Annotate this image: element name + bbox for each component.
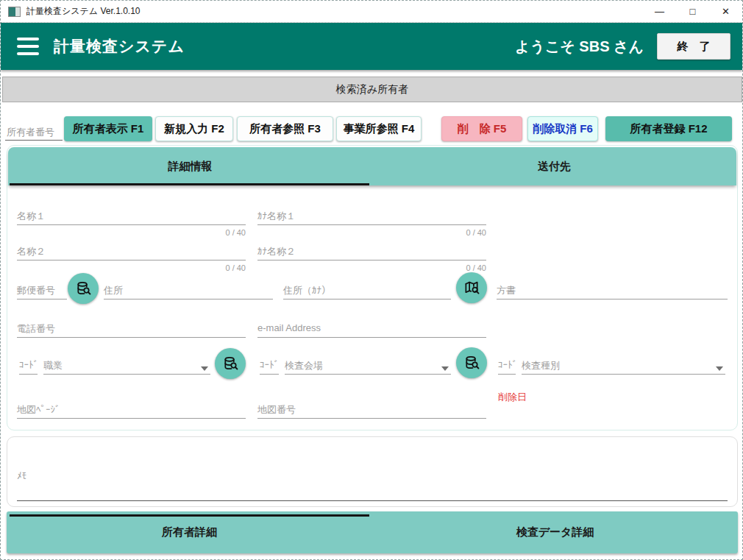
welcome-text: ようこそ SBS さん: [515, 37, 644, 57]
tab-send-to-label: 送付先: [538, 160, 571, 174]
field-label: 地図番号: [257, 403, 296, 417]
field-underline: [257, 418, 486, 419]
field-label: 名称２: [17, 245, 46, 258]
postal-code-field[interactable]: 郵便番号: [17, 284, 67, 300]
address-kana-field[interactable]: 住所（ｶﾅ）: [283, 284, 451, 300]
phone-field[interactable]: 電話番号: [17, 322, 246, 338]
tab-send-to[interactable]: 送付先: [372, 147, 736, 185]
field-label: 地図ﾍﾟｰｼﾞ: [17, 403, 60, 417]
postal-lookup-button[interactable]: [68, 273, 99, 304]
field-label: 住所（ｶﾅ）: [283, 284, 331, 297]
field-underline: [257, 337, 486, 338]
field-underline: [283, 299, 451, 300]
kana-name2-field[interactable]: ｶﾅ名称２: [257, 245, 486, 260]
address-field[interactable]: 住所: [104, 284, 273, 300]
occupation-code-field[interactable]: ｺｰﾄﾞ: [19, 359, 38, 375]
searched-owner-header: 検索済み所有者: [2, 77, 742, 102]
tab-owner-detail[interactable]: 所有者詳細: [7, 511, 372, 553]
menu-button[interactable]: [17, 38, 39, 55]
field-underline: [522, 374, 725, 375]
tab-detail-info-label: 詳細情報: [168, 160, 213, 174]
office-reference-button[interactable]: 事業所参照 F4: [336, 116, 422, 141]
app-window: 計量検査システム Ver.1.0.10 — □ ✕ 計量検査システム ようこそ …: [0, 0, 743, 560]
field-underline: [19, 374, 38, 375]
app-header: 計量検査システム ようこそ SBS さん 終 了: [1, 23, 742, 70]
tab-inspection-data-detail[interactable]: 検査データ詳細: [372, 511, 738, 553]
page-title: 計量検査システム: [54, 36, 185, 57]
window-controls: — □ ✕: [643, 1, 742, 22]
field-label: 職業: [43, 359, 63, 372]
occupation-select[interactable]: 職業: [43, 359, 210, 375]
name1-field[interactable]: 名称１: [17, 210, 246, 225]
maximize-icon: □: [690, 6, 696, 17]
chevron-down-icon: [441, 366, 449, 371]
undo-delete-button[interactable]: 削除取消 F6: [527, 116, 598, 141]
register-owner-button[interactable]: 所有者登録 F12: [605, 116, 732, 141]
occupation-lookup-button[interactable]: [215, 348, 246, 379]
hamburger-icon: [17, 38, 39, 40]
bottom-tab-bar: 所有者詳細 検査データ詳細: [7, 511, 738, 553]
kana-name1-counter: 0 / 40: [257, 228, 486, 237]
field-label: 電話番号: [17, 322, 55, 336]
field-underline: [43, 374, 210, 375]
maximize-button[interactable]: □: [676, 1, 709, 22]
kana-name1-field[interactable]: ｶﾅ名称１: [257, 210, 486, 225]
field-underline: [17, 418, 246, 419]
delete-date-label: 削除日: [498, 391, 527, 404]
katagaki-field[interactable]: 方書: [497, 284, 728, 300]
inspection-venue-select[interactable]: 検査会場: [285, 359, 451, 375]
delete-button[interactable]: 削 除 F5: [441, 116, 522, 141]
close-button[interactable]: ✕: [709, 1, 742, 22]
field-label: e-mail Address: [257, 322, 321, 333]
title-bar: 計量検査システム Ver.1.0.10 — □ ✕: [1, 1, 742, 23]
database-search-icon: [463, 355, 480, 372]
memo-field[interactable]: ﾒﾓ: [17, 470, 728, 501]
email-field[interactable]: e-mail Address: [257, 322, 486, 338]
field-label: ｶﾅ名称２: [257, 245, 296, 258]
owner-reference-button[interactable]: 所有者参照 F3: [237, 116, 333, 141]
map-search-icon: [463, 280, 480, 297]
owner-number-placeholder: 所有者番号: [7, 126, 54, 139]
tab-inspection-data-detail-label: 検査データ詳細: [516, 525, 594, 539]
top-tab-bar: 詳細情報 送付先: [8, 147, 736, 185]
name1-counter: 0 / 40: [17, 228, 246, 237]
kana-name2-counter: 0 / 40: [257, 263, 486, 272]
field-underline: [104, 299, 273, 300]
field-label: 名称１: [17, 210, 46, 223]
field-underline: [498, 374, 516, 375]
exit-button[interactable]: 終 了: [657, 33, 730, 60]
field-underline: [260, 374, 279, 375]
show-owner-button[interactable]: 所有者表示 F1: [64, 116, 152, 141]
venue-code-field[interactable]: ｺｰﾄﾞ: [260, 359, 279, 375]
new-entry-button[interactable]: 新規入力 F2: [155, 116, 233, 141]
map-number-field[interactable]: 地図番号: [257, 403, 486, 419]
active-tab-indicator: [10, 514, 369, 517]
inspection-type-select[interactable]: 検査種別: [522, 359, 725, 375]
chevron-down-icon: [716, 366, 723, 371]
searched-owner-label: 検索済み所有者: [336, 83, 408, 96]
field-label: 検査会場: [285, 359, 323, 372]
field-label: 郵便番号: [17, 284, 55, 297]
name2-counter: 0 / 40: [17, 263, 246, 272]
field-label: ｶﾅ名称１: [257, 210, 296, 223]
name2-field[interactable]: 名称２: [17, 245, 246, 260]
tab-detail-info[interactable]: 詳細情報: [8, 147, 372, 185]
app-icon: [8, 7, 21, 17]
active-tab-indicator: [10, 183, 369, 185]
field-underline: [17, 224, 246, 225]
type-code-field[interactable]: ｺｰﾄﾞ: [498, 359, 516, 375]
field-underline: [257, 260, 486, 260]
map-page-field[interactable]: 地図ﾍﾟｰｼﾞ: [17, 403, 246, 419]
field-underline: [17, 299, 67, 300]
field-label: ｺｰﾄﾞ: [19, 359, 38, 370]
address-map-lookup-button[interactable]: [456, 272, 487, 303]
field-label: 検査種別: [522, 359, 560, 372]
tab-owner-detail-label: 所有者詳細: [162, 525, 217, 539]
chevron-down-icon: [201, 366, 208, 371]
close-icon: ✕: [722, 6, 730, 17]
venue-lookup-button[interactable]: [456, 347, 487, 378]
field-underline: [17, 260, 246, 260]
owner-number-input[interactable]: 所有者番号: [5, 124, 63, 141]
minimize-button[interactable]: —: [643, 1, 676, 22]
field-label: 住所: [104, 284, 123, 297]
